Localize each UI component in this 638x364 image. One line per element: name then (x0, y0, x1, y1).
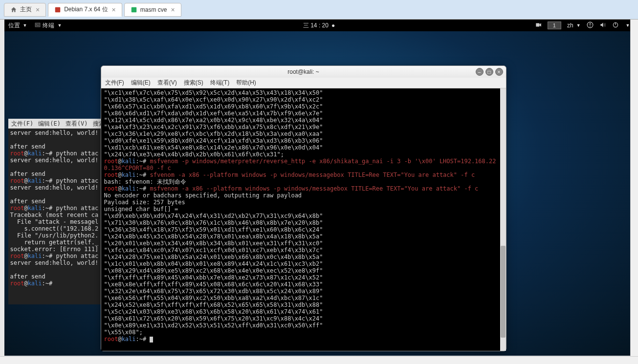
places-label: 位置 (8, 21, 20, 30)
window-scrollbar[interactable] (630, 20, 638, 364)
bg-term-menubar: 文件(F) 编辑(E) 查看(V) 搜索( (8, 119, 104, 128)
panel-left: 位置 ▼ 终端 ▼ (8, 21, 62, 30)
close-icon[interactable]: × (171, 6, 175, 14)
background-terminal[interactable]: 文件(F) 编辑(E) 查看(V) 搜索( server send:hello,… (8, 119, 104, 304)
menu-view[interactable]: 查看(V) (66, 120, 88, 127)
accessibility-icon[interactable] (587, 21, 594, 30)
menu-file[interactable]: 文件(F) (11, 120, 34, 127)
menu-view[interactable]: 查看(V) (157, 79, 177, 87)
close-button[interactable]: × (495, 68, 503, 76)
scrollbar-thumb[interactable] (501, 246, 506, 338)
svg-rect-3 (536, 23, 539, 26)
panel-clock[interactable]: 三 14 : 20 ● (303, 21, 335, 30)
term-menubar: 文件(F) 编辑(E) 查看(V) 搜索(S) 终端(T) 帮助(H) (101, 78, 506, 88)
workspace-indicator[interactable]: 1 (548, 21, 561, 29)
term-output[interactable]: "\xc1\xef\x7c\x6e\x75\xd5\x92\x5c\x2d\x4… (101, 88, 506, 351)
panel-right: 1 zh ▼ ▼ (535, 21, 630, 30)
menu-edit[interactable]: 编辑(E) (38, 120, 61, 127)
desktop: 位置 ▼ 终端 ▼ 三 14 : 20 ● 1 zh ▼ (4, 20, 634, 356)
vm-icon (54, 6, 61, 13)
menu-file[interactable]: 文件(F) (105, 79, 124, 87)
vm-tab-bar: 主页 × Debian 7.x 64 位 × masm cve × (0, 0, 638, 20)
vm-tab-debian-label: Debian 7.x 64 位 (64, 5, 108, 14)
clock-dot: ● (331, 22, 335, 29)
chevron-down-icon: ▼ (57, 23, 62, 28)
chevron-down-icon: ▼ (626, 23, 630, 28)
bg-term-output[interactable]: server send:hello, world! after send roo… (8, 128, 104, 288)
vm-tab-home-label: 主页 (20, 5, 32, 14)
menu-help[interactable]: 帮助(H) (236, 79, 256, 87)
places-menu[interactable]: 位置 ▼ (8, 21, 27, 30)
menu-terminal[interactable]: 终端(T) (210, 79, 229, 87)
terminal-label: 终端 (43, 21, 54, 30)
terminal-icon (35, 22, 41, 29)
top-panel: 位置 ▼ 终端 ▼ 三 14 : 20 ● 1 zh ▼ (4, 20, 634, 31)
maximize-button[interactable]: □ (485, 68, 493, 76)
menu-edit[interactable]: 编辑(E) (131, 79, 151, 87)
bottom-strip (0, 356, 638, 364)
home-icon (10, 6, 17, 13)
chevron-down-icon: ▼ (23, 23, 27, 28)
lang-label: zh (567, 22, 573, 29)
vm-tab-home[interactable]: 主页 × (4, 3, 46, 17)
minimize-button[interactable]: – (476, 68, 484, 76)
term-scrollbar[interactable] (500, 88, 506, 351)
svg-point-5 (589, 22, 590, 23)
svg-rect-0 (55, 7, 61, 12)
svg-rect-1 (132, 7, 137, 12)
lang-selector[interactable]: zh ▼ (567, 22, 581, 29)
volume-icon[interactable] (599, 21, 606, 30)
terminal-menu[interactable]: 终端 ▼ (35, 21, 62, 30)
menu-search[interactable]: 搜索(S) (184, 79, 203, 87)
vm-tab-masm[interactable]: masm cve × (124, 3, 181, 17)
term-titlebar[interactable]: root@kali: ~ – □ × (101, 66, 506, 78)
vm-tab-masm-label: masm cve (140, 6, 167, 13)
record-icon[interactable] (535, 21, 542, 30)
power-icon[interactable] (612, 21, 619, 30)
close-icon[interactable]: × (36, 6, 40, 14)
close-icon[interactable]: × (112, 6, 116, 14)
svg-rect-2 (35, 23, 40, 27)
chevron-down-icon: ▼ (576, 23, 581, 28)
term-title: root@kali: ~ (287, 68, 319, 75)
vm-icon (131, 6, 137, 13)
main-terminal: root@kali: ~ – □ × 文件(F) 编辑(E) 查看(V) 搜索(… (101, 65, 506, 351)
clock-text: 三 14 : 20 (303, 21, 329, 30)
window-controls: – □ × (476, 68, 503, 76)
vm-tab-debian[interactable]: Debian 7.x 64 位 × (48, 3, 122, 17)
